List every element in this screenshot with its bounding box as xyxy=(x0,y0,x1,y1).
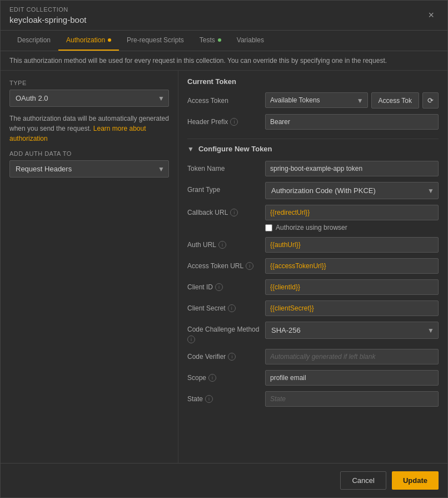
type-label: TYPE xyxy=(9,80,169,86)
access-token-url-row: Access Token URL i xyxy=(187,258,439,274)
refresh-token-button[interactable]: ⟳ xyxy=(422,92,439,109)
state-label: State i xyxy=(187,391,265,403)
cancel-button[interactable]: Cancel xyxy=(340,471,386,490)
grant-type-select[interactable]: Authorization Code Authorization Code (W… xyxy=(265,182,439,199)
grant-type-row: Grant Type Authorization Code Authorizat… xyxy=(187,182,439,199)
state-row: State i xyxy=(187,391,439,407)
client-id-input[interactable] xyxy=(265,279,439,295)
modal-footer: Cancel Update xyxy=(1,463,447,497)
state-field xyxy=(265,391,439,407)
update-button[interactable]: Update xyxy=(392,471,439,490)
grant-type-select-wrapper: Authorization Code Authorization Code (W… xyxy=(265,182,439,199)
tests-tab-dot xyxy=(218,38,221,42)
callback-url-label: Callback URL i xyxy=(187,205,265,216)
configure-header[interactable]: ▼ Configure New Token xyxy=(187,145,439,153)
tab-authorization[interactable]: Authorization xyxy=(58,31,119,51)
current-token-title: Current Token xyxy=(187,77,439,86)
auth-url-input[interactable] xyxy=(265,237,439,253)
code-challenge-field: SHA-256 plain ▼ xyxy=(265,322,439,339)
scope-info-icon: i xyxy=(208,374,216,382)
collection-name-input[interactable] xyxy=(9,15,410,24)
code-challenge-info-icon: i xyxy=(187,336,195,343)
tab-description[interactable]: Description xyxy=(9,31,58,51)
type-select-wrapper: OAuth 2.0 No Auth API Key Bearer Token B… xyxy=(9,90,169,107)
header-prefix-field-wrapper xyxy=(265,114,439,130)
grant-type-label: Grant Type xyxy=(187,182,265,194)
content-area: TYPE OAuth 2.0 No Auth API Key Bearer To… xyxy=(1,71,447,463)
code-challenge-select-wrapper: SHA-256 plain ▼ xyxy=(265,322,439,339)
auth-description: The authorization data will be automatic… xyxy=(9,114,169,144)
modal-header: EDIT COLLECTION × xyxy=(1,1,447,31)
scope-row: Scope i xyxy=(187,370,439,386)
add-auth-select-wrapper: Request Headers Request URL ▼ xyxy=(9,160,169,177)
edit-collection-modal: EDIT COLLECTION × Description Authorizat… xyxy=(0,0,448,498)
available-tokens-select[interactable]: Available Tokens xyxy=(265,92,368,108)
header-prefix-row: Header Prefix i xyxy=(187,114,439,130)
authorize-browser-row: Authorize using browser xyxy=(265,224,439,231)
section-divider xyxy=(187,139,439,139)
access-token-url-info-icon: i xyxy=(246,262,253,270)
auth-url-info-icon: i xyxy=(218,241,226,249)
access-token-row: Access Token Available Tokens ▼ Access T… xyxy=(187,92,439,109)
tab-pre-request-scripts[interactable]: Pre-request Scripts xyxy=(119,31,192,51)
tab-variables[interactable]: Variables xyxy=(229,31,272,51)
token-name-input[interactable] xyxy=(265,161,439,176)
header-prefix-input[interactable] xyxy=(265,114,439,130)
state-info-icon: i xyxy=(205,395,213,403)
access-token-controls: Available Tokens ▼ Access Tok ⟳ xyxy=(265,92,439,109)
info-bar: This authorization method will be used f… xyxy=(1,51,447,71)
grant-type-field: Authorization Code Authorization Code (W… xyxy=(265,182,439,199)
callback-url-input[interactable] xyxy=(265,205,439,220)
header-prefix-label: Header Prefix i xyxy=(187,118,265,126)
client-secret-input[interactable] xyxy=(265,300,439,316)
auth-url-row: Auth URL i xyxy=(187,237,439,253)
configure-new-token-section: ▼ Configure New Token Token Name Grant T… xyxy=(187,145,439,407)
header-prefix-info-icon: i xyxy=(230,118,238,126)
code-verifier-info-icon: i xyxy=(228,353,236,361)
client-id-info-icon: i xyxy=(215,283,223,291)
code-challenge-row: Code Challenge Method i SHA-256 plain ▼ xyxy=(187,322,439,343)
configure-token-title: Configure New Token xyxy=(198,145,272,153)
code-challenge-label: Code Challenge Method i xyxy=(187,322,265,343)
client-secret-field xyxy=(265,300,439,316)
client-id-field xyxy=(265,279,439,295)
access-token-url-input[interactable] xyxy=(265,258,439,274)
add-auth-label: Add auth data to xyxy=(9,150,169,157)
access-tok-button[interactable]: Access Tok xyxy=(371,92,419,109)
code-verifier-row: Code Verifier i xyxy=(187,349,439,364)
close-button[interactable]: × xyxy=(424,7,439,23)
access-token-label: Access Token xyxy=(187,97,265,105)
token-name-row: Token Name xyxy=(187,161,439,176)
client-secret-info-icon: i xyxy=(228,304,236,312)
token-name-label: Token Name xyxy=(187,161,265,172)
scope-label: Scope i xyxy=(187,370,265,382)
code-verifier-input[interactable] xyxy=(265,349,439,364)
scope-input[interactable] xyxy=(265,370,439,386)
add-auth-select[interactable]: Request Headers Request URL xyxy=(9,160,169,177)
right-panel: Current Token Access Token Available Tok… xyxy=(178,71,447,463)
code-challenge-select[interactable]: SHA-256 plain xyxy=(265,322,439,339)
state-input[interactable] xyxy=(265,391,439,407)
authorization-tab-dot xyxy=(108,38,111,42)
refresh-icon: ⟳ xyxy=(427,96,434,105)
modal-title: EDIT COLLECTION xyxy=(9,6,410,13)
callback-url-row: Callback URL i Authorize using browser xyxy=(187,205,439,231)
type-select[interactable]: OAuth 2.0 No Auth API Key Bearer Token B… xyxy=(9,90,169,107)
code-verifier-label: Code Verifier i xyxy=(187,349,265,361)
code-verifier-field xyxy=(265,349,439,364)
access-token-url-field xyxy=(265,258,439,274)
tab-tests[interactable]: Tests xyxy=(192,31,229,51)
authorize-browser-checkbox[interactable] xyxy=(265,224,272,231)
left-panel: TYPE OAuth 2.0 No Auth API Key Bearer To… xyxy=(1,71,178,463)
client-id-row: Client ID i xyxy=(187,279,439,295)
available-tokens-wrapper: Available Tokens ▼ xyxy=(265,92,368,109)
header-left: EDIT COLLECTION xyxy=(9,6,410,24)
chevron-down-icon: ▼ xyxy=(187,145,194,153)
token-name-field xyxy=(265,161,439,176)
access-token-url-label: Access Token URL i xyxy=(187,258,265,270)
current-token-section: Current Token Access Token Available Tok… xyxy=(187,77,439,130)
tab-bar: Description Authorization Pre-request Sc… xyxy=(1,31,447,51)
client-secret-label: Client Secret i xyxy=(187,300,265,312)
callback-url-info-icon: i xyxy=(230,209,238,216)
auth-url-label: Auth URL i xyxy=(187,237,265,249)
